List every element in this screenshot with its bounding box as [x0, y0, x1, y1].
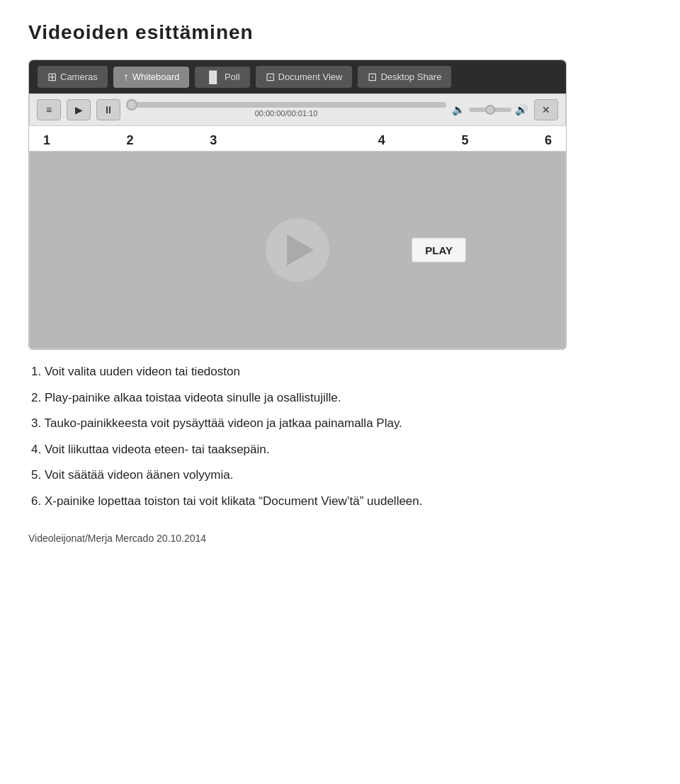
desc-text-5: Voit säätää videon äänen volyymia. — [45, 468, 234, 482]
volume-low-icon: 🔈 — [452, 103, 465, 116]
number-label-3: 3 — [210, 133, 217, 148]
desc-number-5: 5. — [31, 468, 45, 482]
progress-track[interactable] — [126, 102, 446, 108]
documentview-icon: ⊡ — [266, 70, 275, 84]
desc-number-4: 4. — [31, 443, 45, 456]
volume-thumb[interactable] — [485, 105, 495, 115]
description-list: 1. Voit valita uuden videon tai tiedosto… — [28, 363, 652, 510]
desc-item-3: 3. Tauko-painikkeesta voit pysäyttää vid… — [31, 414, 652, 433]
poll-icon: ▐▌ — [205, 71, 221, 84]
play-button[interactable]: ▶ — [67, 99, 91, 120]
toolbar-whiteboard-button[interactable]: ↑ Whiteboard — [113, 67, 189, 88]
volume-high-icon: 🔊 — [515, 103, 528, 116]
desc-item-6: 6. X-painike lopettaa toiston tai voit k… — [31, 492, 652, 511]
close-icon: ✕ — [542, 104, 550, 115]
number-label-6: 6 — [545, 133, 552, 148]
desc-number-2: 2. — [31, 391, 45, 404]
play-circle[interactable] — [266, 218, 329, 282]
desc-text-6: X-painike lopettaa toiston tai voit klik… — [45, 494, 423, 508]
player-controls: ≡ ▶ ⏸ 00:00:00/00:01:10 🔈 🔊 ✕ — [29, 93, 566, 126]
toolbar-cameras-button[interactable]: ⊞ Cameras — [38, 66, 108, 88]
time-display: 00:00:00/00:01:10 — [255, 109, 318, 118]
number-label-4: 4 — [378, 133, 385, 148]
progress-area[interactable]: 00:00:00/00:01:10 — [126, 102, 446, 118]
number-label-2: 2 — [127, 133, 134, 148]
volume-slider[interactable] — [469, 108, 511, 112]
volume-area: 🔈 🔊 — [452, 103, 528, 116]
desc-text-4: Voit liikuttaa videota eteen- tai taakse… — [45, 443, 270, 456]
toolbar-documentview-button[interactable]: ⊡ Document View — [256, 66, 353, 88]
number-label-1: 1 — [43, 133, 50, 148]
pause-icon: ⏸ — [103, 104, 113, 115]
number-labels-row: 1 2 3 4 5 6 — [29, 126, 566, 151]
play-label: PLAY — [412, 238, 466, 263]
number-label-5: 5 — [461, 133, 468, 148]
toolbar-desktopshare-button[interactable]: ⊡ Desktop Share — [358, 66, 451, 88]
desc-text-1: Voit valita uuden videon tai tiedoston — [45, 365, 240, 378]
footer-text: Videoleijonat/Merja Mercado 20.10.2014 — [28, 533, 652, 544]
progress-thumb[interactable] — [126, 99, 137, 110]
cameras-icon: ⊞ — [47, 70, 57, 84]
desc-number-6: 6. — [31, 494, 45, 508]
video-area: PLAY — [29, 151, 566, 349]
toolbar: ⊞ Cameras ↑ Whiteboard ▐▌ Poll ⊡ Documen… — [29, 60, 566, 93]
desc-item-5: 5. Voit säätää videon äänen volyymia. — [31, 466, 652, 484]
play-triangle-icon — [287, 234, 314, 266]
whiteboard-icon: ↑ — [123, 71, 129, 84]
desc-item-2: 2. Play-painike alkaa toistaa videota si… — [31, 389, 652, 407]
desc-item-1: 1. Voit valita uuden videon tai tiedosto… — [31, 363, 652, 381]
desc-item-4: 4. Voit liikuttaa videota eteen- tai taa… — [31, 441, 652, 459]
toolbar-poll-button[interactable]: ▐▌ Poll — [195, 67, 249, 88]
desc-number-3: 3. — [31, 416, 45, 430]
page-title: Videoiden esittäminen — [28, 21, 652, 44]
desc-number-1: 1. — [31, 365, 45, 378]
desc-text-2: Play-painike alkaa toistaa videota sinul… — [45, 391, 341, 404]
desktopshare-icon: ⊡ — [368, 70, 377, 84]
playlist-button[interactable]: ≡ — [37, 99, 61, 120]
play-icon: ▶ — [75, 104, 83, 115]
close-button[interactable]: ✕ — [534, 99, 558, 120]
playlist-icon: ≡ — [46, 104, 52, 115]
pause-button[interactable]: ⏸ — [96, 99, 120, 120]
desc-text-3: Tauko-painikkeesta voit pysäyttää videon… — [45, 416, 402, 430]
